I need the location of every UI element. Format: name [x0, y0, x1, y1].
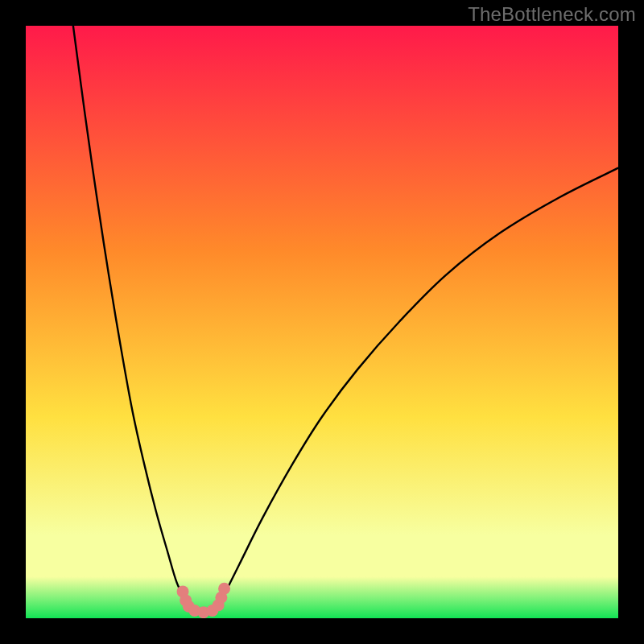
bottleneck-chart [26, 26, 618, 618]
outer-frame: TheBottleneck.com [0, 0, 644, 644]
marker-dot [218, 583, 230, 595]
plot-area [26, 26, 618, 618]
gradient-background [26, 26, 618, 618]
watermark-text: TheBottleneck.com [468, 3, 636, 26]
